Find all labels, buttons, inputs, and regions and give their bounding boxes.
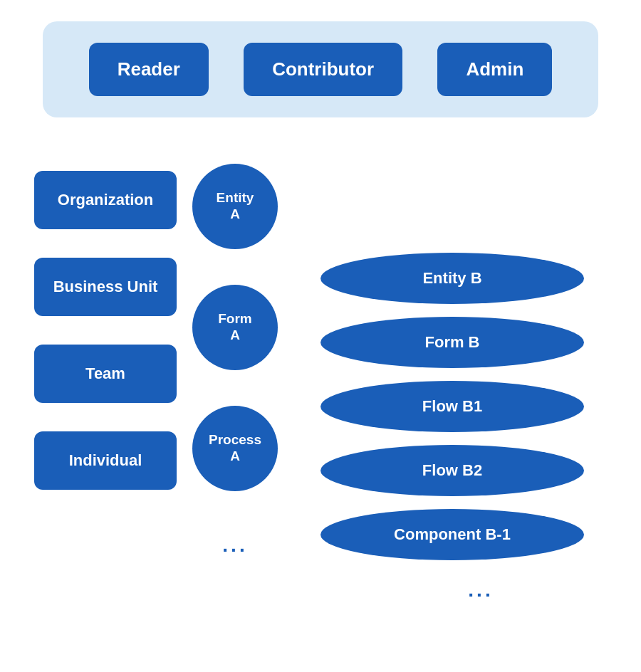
middle-column: EntityA FormA ProcessA ... xyxy=(192,164,278,557)
entity-b-button[interactable]: Entity B xyxy=(320,253,584,304)
admin-button[interactable]: Admin xyxy=(437,43,552,96)
entity-a-button[interactable]: EntityA xyxy=(192,164,278,249)
team-button[interactable]: Team xyxy=(34,345,177,403)
flow-b2-button[interactable]: Flow B2 xyxy=(320,445,584,496)
roles-container: Reader Contributor Admin xyxy=(43,21,598,117)
right-column: Entity B Form B Flow B1 Flow B2 Componen… xyxy=(320,253,584,602)
right-dots: ... xyxy=(320,579,584,602)
contributor-button[interactable]: Contributor xyxy=(244,43,402,96)
component-b1-button[interactable]: Component B-1 xyxy=(320,509,584,560)
individual-button[interactable]: Individual xyxy=(34,431,177,490)
process-a-button[interactable]: ProcessA xyxy=(192,406,278,491)
form-a-button[interactable]: FormA xyxy=(192,285,278,370)
left-column: Organization Business Unit Team Individu… xyxy=(34,171,177,490)
form-b-button[interactable]: Form B xyxy=(320,317,584,368)
organization-button[interactable]: Organization xyxy=(34,171,177,229)
middle-dots: ... xyxy=(222,534,247,557)
reader-button[interactable]: Reader xyxy=(89,43,209,96)
flow-b1-button[interactable]: Flow B1 xyxy=(320,381,584,432)
business-unit-button[interactable]: Business Unit xyxy=(34,258,177,316)
